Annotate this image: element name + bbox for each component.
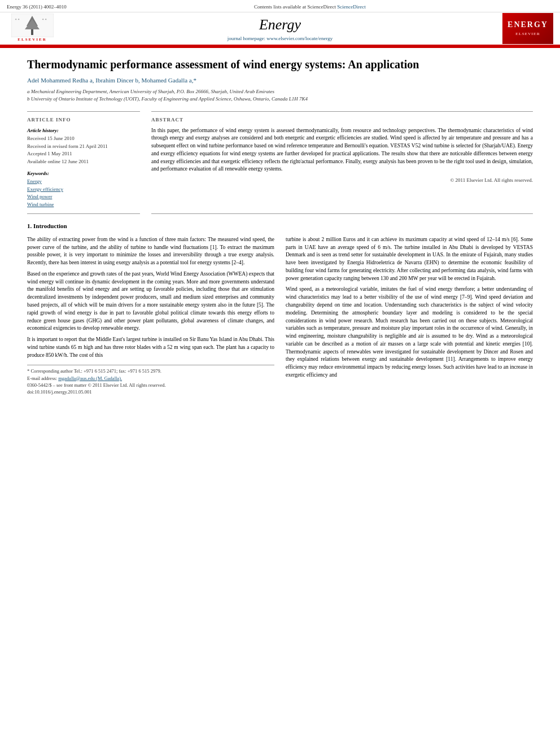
accepted-date: Accepted 1 May 2011 [27,150,140,158]
footnote-divider: * Corresponding author Tel.: +971 6 515 … [27,365,274,395]
body-para-1: The ability of extracting power from the… [27,236,274,267]
keywords-label: Keywords: [27,170,140,177]
body-para-2: Based on the experience and growth rates… [27,270,274,333]
journal-center: Energy journal homepage: www.elsevier.co… [58,12,502,45]
energy-brand-sub: ELSEVIER [515,32,540,37]
info-abstract-section: ARTICLE INFO Article history: Received 1… [27,111,533,214]
section1-number: 1. Introduction [27,222,67,229]
footnote-star: * Corresponding author Tel.: +971 6 515 … [27,368,274,374]
footnote-issn: 0360-5442/$ – see front matter © 2011 El… [27,382,274,388]
main-content: Thermodynamic performance assessment of … [0,48,560,405]
keywords-section: Keywords: Energy Exergy efficiency Wind … [27,170,140,208]
footnote-doi: doi:10.1016/j.energy.2011.05.001 [27,388,274,395]
article-info-heading: ARTICLE INFO [27,116,140,124]
body-col-right: turbine is about 2 million Euros and it … [286,236,533,396]
elsevier-tree-icon: ✦ ✦ ✦ ✦ [11,14,54,37]
svg-text:✦ ✦: ✦ ✦ [15,18,20,21]
section1-title: 1. Introduction [27,222,533,230]
history-label: Article history: [27,127,140,134]
body-para-5: Wind speed, as a meteorological variable… [286,286,533,379]
svg-text:✦ ✦: ✦ ✦ [42,18,47,21]
energy-brand-label: ENERGY [508,19,548,30]
article-title: Thermodynamic performance assessment of … [27,57,533,72]
footnote-email: E-mail address: mgadalla@aus.edu (M. Gad… [27,375,274,382]
keyword-wind-power[interactable]: Wind power [27,193,140,200]
authors-line: Adel Mohammed Redha a, Ibrahim Dincer b,… [27,76,533,85]
keyword-exergy[interactable]: Exergy efficiency [27,186,140,193]
journal-name: Energy [60,15,500,35]
elsevier-logo: ✦ ✦ ✦ ✦ ELSEVIER [7,13,58,44]
keyword-energy[interactable]: Energy [27,178,140,185]
header-red-bar [0,45,560,47]
received-date: Received 15 June 2010 [27,135,140,142]
journal-logo-row: ✦ ✦ ✦ ✦ ELSEVIER Energy journal homepage… [0,12,560,45]
body-col-left: The ability of extracting power from the… [27,236,274,396]
elsevier-label: ELSEVIER [18,37,46,43]
copyright-notice: © 2011 Elsevier Ltd. All rights reserved… [151,177,533,184]
available-online: Available online 12 June 2011 [27,158,140,165]
journal-header: Energy 36 (2011) 4002–4010 Contents list… [0,0,560,48]
journal-homepage: journal homepage: www.elsevier.com/locat… [60,35,500,42]
abstract-text: In this paper, the performance of wind e… [151,127,533,174]
body-para-3: It is important to report that the Middl… [27,336,274,359]
abstract-heading: ABSTRACT [151,116,533,124]
affiliation-a: a Mechanical Engineering Department, Ame… [27,88,533,96]
svg-rect-1 [31,29,33,35]
footnote-email-link[interactable]: mgadalla@aus.edu (M. Gadalla). [58,375,122,381]
received-revised: Received in revised form 21 April 2011 [27,143,140,150]
sciencedirect-link[interactable]: ScienceDirect [337,4,365,10]
abstract-col: ABSTRACT In this paper, the performance … [151,111,533,214]
keyword-wind-turbine[interactable]: Wind turbine [27,201,140,208]
journal-top-bar: Energy 36 (2011) 4002–4010 Contents list… [0,2,560,12]
article-info-col: ARTICLE INFO Article history: Received 1… [27,111,140,214]
energy-brand-box: ENERGY ELSEVIER [502,13,553,44]
body-section: 1. Introduction The ability of extractin… [27,222,533,396]
body-two-col: The ability of extracting power from the… [27,236,533,396]
affiliation-b: b University of Ontario Institute of Tec… [27,95,533,103]
journal-citation: Energy 36 (2011) 4002–4010 [7,3,67,11]
body-para-4: turbine is about 2 million Euros and it … [286,236,533,283]
affiliations: a Mechanical Engineering Department, Ame… [27,88,533,103]
sciencedirect-info: Contents lists available at ScienceDirec… [254,3,366,11]
